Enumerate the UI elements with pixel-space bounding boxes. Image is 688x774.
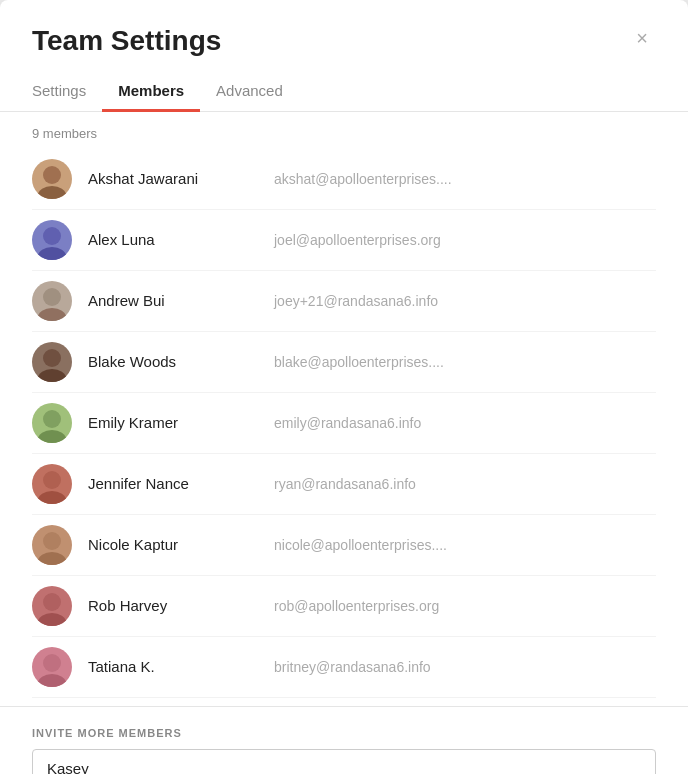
modal-title: Team Settings — [32, 24, 221, 58]
member-email: akshat@apolloenterprises.... — [274, 171, 452, 187]
avatar — [32, 647, 72, 687]
close-button[interactable]: × — [628, 24, 656, 52]
svg-point-3 — [38, 247, 66, 260]
svg-point-17 — [38, 674, 66, 687]
member-name: Blake Woods — [88, 353, 258, 370]
svg-point-14 — [43, 593, 61, 611]
avatar — [32, 464, 72, 504]
svg-point-6 — [43, 349, 61, 367]
svg-point-8 — [43, 410, 61, 428]
svg-point-11 — [38, 491, 66, 504]
svg-point-15 — [38, 613, 66, 626]
invite-section: INVITE MORE MEMBERS Kasey Fleisher Hicke… — [0, 706, 688, 774]
avatar — [32, 220, 72, 260]
tab-bar: Settings Members Advanced — [0, 62, 688, 112]
avatar — [32, 159, 72, 199]
avatar — [32, 586, 72, 626]
avatar — [32, 403, 72, 443]
member-email: emily@randasana6.info — [274, 415, 421, 431]
table-row: Andrew Bui joey+21@randasana6.info — [32, 271, 656, 332]
invite-input[interactable] — [47, 760, 641, 774]
svg-point-12 — [43, 532, 61, 550]
members-count: 9 members — [0, 112, 688, 149]
member-email: nicole@apolloenterprises.... — [274, 537, 447, 553]
member-name: Rob Harvey — [88, 597, 258, 614]
member-email: ryan@randasana6.info — [274, 476, 416, 492]
svg-point-13 — [38, 552, 66, 565]
svg-point-1 — [38, 186, 66, 199]
svg-point-9 — [38, 430, 66, 443]
member-name: Akshat Jawarani — [88, 170, 258, 187]
table-row: Blake Woods blake@apolloenterprises.... — [32, 332, 656, 393]
member-list: Akshat Jawarani akshat@apolloenterprises… — [0, 149, 688, 698]
svg-point-2 — [43, 227, 61, 245]
avatar — [32, 342, 72, 382]
member-email: joey+21@randasana6.info — [274, 293, 438, 309]
table-row: Rob Harvey rob@apolloenterprises.org — [32, 576, 656, 637]
member-email: rob@apolloenterprises.org — [274, 598, 439, 614]
member-name: Jennifer Nance — [88, 475, 258, 492]
invite-input-wrap: Kasey Fleisher Hickey kasey@randasana6.i… — [32, 749, 656, 774]
modal-header: Team Settings × — [0, 0, 688, 58]
svg-point-7 — [38, 369, 66, 382]
member-email: britney@randasana6.info — [274, 659, 431, 675]
table-row: Alex Luna joel@apolloenterprises.org — [32, 210, 656, 271]
member-email: blake@apolloenterprises.... — [274, 354, 444, 370]
member-name: Nicole Kaptur — [88, 536, 258, 553]
avatar — [32, 525, 72, 565]
tab-settings[interactable]: Settings — [32, 74, 102, 112]
table-row: Tatiana K. britney@randasana6.info — [32, 637, 656, 698]
member-name: Emily Kramer — [88, 414, 258, 431]
svg-point-0 — [43, 166, 61, 184]
avatar — [32, 281, 72, 321]
svg-point-10 — [43, 471, 61, 489]
member-name: Tatiana K. — [88, 658, 258, 675]
team-settings-modal: Team Settings × Settings Members Advance… — [0, 0, 688, 774]
member-name: Andrew Bui — [88, 292, 258, 309]
table-row: Jennifer Nance ryan@randasana6.info — [32, 454, 656, 515]
tab-members[interactable]: Members — [102, 74, 200, 112]
table-row: Akshat Jawarani akshat@apolloenterprises… — [32, 149, 656, 210]
member-name: Alex Luna — [88, 231, 258, 248]
member-email: joel@apolloenterprises.org — [274, 232, 441, 248]
svg-point-5 — [38, 308, 66, 321]
invite-section-label: INVITE MORE MEMBERS — [32, 727, 656, 739]
svg-point-16 — [43, 654, 61, 672]
svg-point-4 — [43, 288, 61, 306]
table-row: Emily Kramer emily@randasana6.info — [32, 393, 656, 454]
table-row: Nicole Kaptur nicole@apolloenterprises..… — [32, 515, 656, 576]
tab-advanced[interactable]: Advanced — [200, 74, 299, 112]
